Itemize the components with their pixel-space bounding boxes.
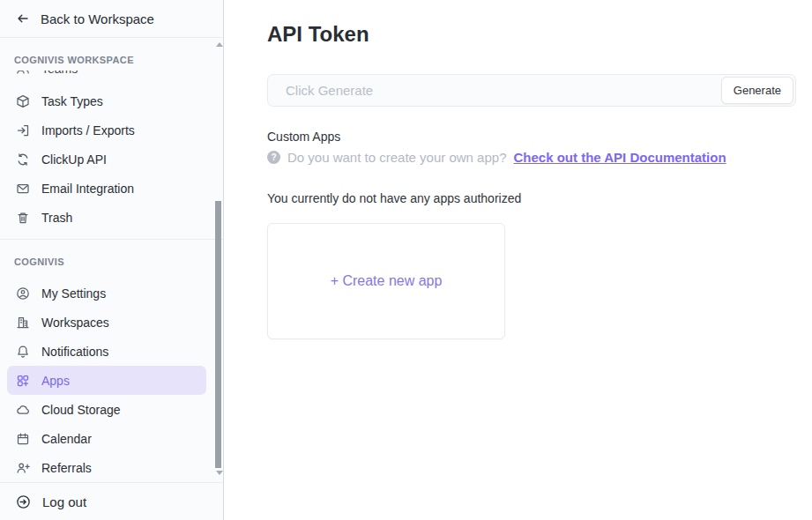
sidebar-item-clickup-api[interactable]: ClickUp API xyxy=(0,145,223,174)
sidebar-item-notifications[interactable]: Notifications xyxy=(0,337,223,366)
api-token-field-group: Generate xyxy=(267,74,796,107)
generate-button[interactable]: Generate xyxy=(721,77,793,104)
create-new-app-button[interactable]: + Create new app xyxy=(267,223,505,339)
sidebar-item-apps[interactable]: Apps xyxy=(7,366,206,395)
sidebar-item-teams[interactable]: Teams xyxy=(0,71,223,80)
import-icon xyxy=(16,123,30,137)
sidebar-item-task-types[interactable]: Task Types xyxy=(0,86,223,115)
create-new-app-label: + Create new app xyxy=(331,273,443,289)
workspace-nav-list: Task Types Imports / Exports ClickUp API… xyxy=(0,86,223,232)
user-circle-icon xyxy=(16,286,30,301)
sidebar-item-label: Cloud Storage xyxy=(41,403,121,417)
sidebar-item-label: Apps xyxy=(41,374,70,388)
help-icon: ? xyxy=(267,151,280,164)
buildings-icon xyxy=(16,316,30,330)
sidebar-item-calendar[interactable]: Calendar xyxy=(0,424,223,453)
sidebar-item-label: ClickUp API xyxy=(41,152,107,167)
bell-icon xyxy=(16,345,30,359)
cloud-icon xyxy=(16,403,30,417)
teams-icon xyxy=(16,71,30,76)
trash-icon xyxy=(16,211,30,225)
scrollbar-thumb[interactable] xyxy=(215,201,221,468)
custom-apps-heading: Custom Apps xyxy=(267,130,812,144)
logout-button[interactable]: Log out xyxy=(0,482,223,520)
sidebar-item-cloud-storage[interactable]: Cloud Storage xyxy=(0,395,223,424)
sync-icon xyxy=(16,152,30,167)
sidebar-item-referrals[interactable]: Referrals xyxy=(0,453,223,482)
sidebar-item-label: Task Types xyxy=(41,94,103,108)
cognivis-nav-list: My Settings Workspaces Notifications App… xyxy=(0,279,223,482)
custom-apps-help-row: ? Do you want to create your own app? Ch… xyxy=(267,150,812,165)
scrollbar-down-arrow-icon[interactable] xyxy=(216,471,223,475)
sidebar-scroll-area: COGNIVIS WORKSPACE Teams Task Types Impo… xyxy=(0,39,223,483)
custom-apps-question: Do you want to create your own app? xyxy=(287,150,506,165)
sidebar-item-label: Imports / Exports xyxy=(41,123,135,137)
sidebar-item-label: Referrals xyxy=(41,461,92,475)
sidebar-item-trash[interactable]: Trash xyxy=(0,203,223,232)
sidebar-item-label: Teams xyxy=(41,71,78,76)
sidebar-item-label: My Settings xyxy=(41,286,106,301)
sidebar-item-workspaces[interactable]: Workspaces xyxy=(0,308,223,337)
logout-label: Log out xyxy=(42,494,86,509)
sidebar-item-label: Email Integration xyxy=(41,182,134,196)
section-header-workspace: COGNIVIS WORKSPACE xyxy=(0,39,223,71)
back-to-workspace-label: Back to Workspace xyxy=(41,11,154,26)
cube-icon xyxy=(16,94,30,108)
user-plus-icon xyxy=(16,461,30,475)
sidebar-item-my-settings[interactable]: My Settings xyxy=(0,279,223,308)
section-header-cognivis: COGNIVIS xyxy=(0,240,223,275)
api-token-input[interactable] xyxy=(267,74,796,107)
logout-icon xyxy=(16,494,31,509)
arrow-left-icon xyxy=(15,11,31,26)
api-documentation-link[interactable]: Check out the API Documentation xyxy=(513,150,726,165)
scrollbar-up-arrow-icon[interactable] xyxy=(216,42,223,47)
envelope-icon xyxy=(16,182,30,196)
sidebar-item-label: Trash xyxy=(41,211,72,225)
page-title: API Token xyxy=(267,22,812,47)
sidebar: Back to Workspace COGNIVIS WORKSPACE Tea… xyxy=(0,0,224,520)
sidebar-item-label: Workspaces xyxy=(41,316,109,330)
back-to-workspace-button[interactable]: Back to Workspace xyxy=(0,0,223,38)
no-apps-message: You currently do not have any apps autho… xyxy=(267,191,812,205)
sidebar-item-label: Notifications xyxy=(41,345,108,359)
calendar-icon xyxy=(16,432,30,446)
sidebar-item-label: Calendar xyxy=(41,432,92,446)
sidebar-item-email-integration[interactable]: Email Integration xyxy=(0,174,223,203)
sidebar-item-imports-exports[interactable]: Imports / Exports xyxy=(0,115,223,145)
apps-grid-icon xyxy=(16,374,30,388)
main-content: API Token Generate Custom Apps ? Do you … xyxy=(225,0,812,520)
clipped-row-container: Teams xyxy=(0,71,223,80)
